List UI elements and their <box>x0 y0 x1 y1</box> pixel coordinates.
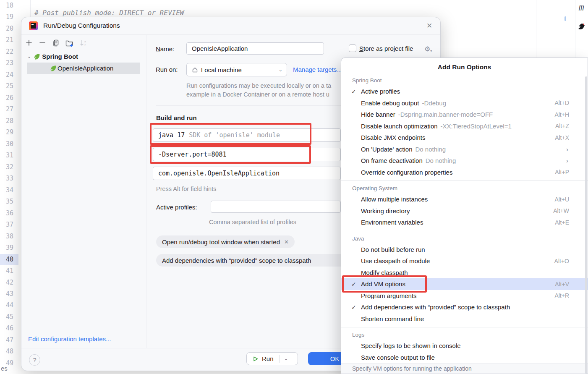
line-number-34[interactable]: 34 <box>0 185 18 196</box>
line-number-40[interactable]: 40 <box>0 254 18 266</box>
menu-item-do-not-build-before-run[interactable]: Do not build before run <box>341 244 588 256</box>
main-class-value: com.openisle.OpenIsleApplication <box>158 170 280 177</box>
menu-item-add-vm-options[interactable]: ✓Add VM optionsAlt+V <box>341 278 588 290</box>
remove-configuration-button[interactable] <box>37 38 47 48</box>
chip-add-provided-dependencies[interactable]: Add dependencies with “provided” scope t… <box>156 254 350 267</box>
line-number-27[interactable]: 27 <box>0 104 18 115</box>
line-number-25[interactable]: 25 <box>0 81 18 92</box>
menu-item-enable-debug-output[interactable]: Enable debug output-DdebugAlt+D <box>341 97 588 109</box>
add-configuration-button[interactable] <box>24 38 34 48</box>
remove-chip-icon[interactable]: ✕ <box>284 239 289 245</box>
run-on-help-line2: example in a Docker Container or on a re… <box>186 91 329 98</box>
menu-item-on-frame-deactivation[interactable]: On frame deactivationDo nothing› <box>341 155 588 167</box>
menu-item-hide-banner[interactable]: Hide banner-Dspring.main.banner-mode=OFF… <box>341 109 588 120</box>
tree-group-spring-boot[interactable]: ⌄ Spring Boot <box>27 51 78 62</box>
new-folder-button[interactable] <box>64 38 74 48</box>
line-number-28[interactable]: 28 <box>0 115 18 127</box>
intellij-logo-icon <box>29 21 38 30</box>
line-number-44[interactable]: 44 <box>0 300 18 311</box>
menu-item-label: Add VM options <box>361 280 405 288</box>
menu-item-add-dependencies-with-provided-scope-to-classpath[interactable]: ✓Add dependencies with “provided” scope … <box>341 301 588 313</box>
menu-separator <box>341 231 588 231</box>
line-number-20[interactable]: 20 <box>0 23 18 35</box>
menu-separator <box>341 180 588 181</box>
tree-item-openisleapplication[interactable]: OpenIsleApplication <box>27 63 140 74</box>
line-number-23[interactable]: 23 <box>0 58 18 69</box>
line-number-29[interactable]: 29 <box>0 127 18 139</box>
line-number-21[interactable]: 21 <box>0 34 18 46</box>
line-number-47[interactable]: 47 <box>0 335 18 346</box>
menu-item-specify-logs-to-be-shown-in-console[interactable]: Specify logs to be shown in console <box>341 340 588 352</box>
line-number-39[interactable]: 39 <box>0 242 18 254</box>
profiles-hint: Comma separated list of profiles <box>209 219 296 225</box>
name-input[interactable]: OpenIsleApplication <box>186 42 324 55</box>
chip-open-run-debug-tool-window[interactable]: Open run/debug tool window when started … <box>156 235 295 248</box>
line-number-31[interactable]: 31 <box>0 150 18 162</box>
close-icon[interactable]: ✕ <box>424 21 434 31</box>
menu-item-shortcut: Alt+E <box>555 219 582 226</box>
line-number-18[interactable]: 18 <box>0 0 18 12</box>
line-number-22[interactable]: 22 <box>0 46 18 58</box>
menu-scrollbar[interactable] <box>585 76 587 374</box>
line-number-48[interactable]: 48 <box>0 346 18 358</box>
menu-item-disable-launch-optimization[interactable]: Disable launch optimization-XX:TieredSto… <box>341 120 588 132</box>
line-number-33[interactable]: 33 <box>0 173 18 185</box>
chevron-down-icon[interactable]: ⌄ <box>27 54 31 59</box>
vm-options-input[interactable]: -Dserver.port=8081 <box>153 148 341 161</box>
edit-configuration-templates-link[interactable]: Edit configuration templates... <box>28 335 111 343</box>
menu-item-program-arguments[interactable]: Program argumentsAlt+R <box>341 290 588 302</box>
gear-icon[interactable]: ⚙ <box>424 45 432 53</box>
manage-targets-link[interactable]: Manage targets… <box>293 66 343 73</box>
menu-item-allow-multiple-instances[interactable]: Allow multiple instancesAlt+U <box>341 194 588 205</box>
menu-item-environment-variables[interactable]: Environment variablesAlt+E <box>341 217 588 228</box>
run-on-select[interactable]: Local machine ⌄ <box>186 63 287 76</box>
menu-item-shortcut: Alt+U <box>554 196 582 203</box>
menu-item-active-profiles[interactable]: ✓Active profiles <box>341 86 588 97</box>
tree-group-label: Spring Boot <box>42 53 78 60</box>
menu-item-label: Modify classpath <box>361 269 408 276</box>
line-number-24[interactable]: 24 <box>0 69 18 81</box>
menu-item-working-directory[interactable]: Working directoryAlt+W <box>341 205 588 217</box>
store-as-project-file-checkbox[interactable] <box>349 44 356 52</box>
line-number-45[interactable]: 45 <box>0 311 18 323</box>
line-number-19[interactable]: 19 <box>0 11 18 23</box>
help-button[interactable]: ? <box>29 354 40 366</box>
editor-split-divider-2 <box>575 0 575 58</box>
spring-boot-icon <box>34 53 40 60</box>
line-number-36[interactable]: 36 <box>0 208 18 220</box>
line-number-42[interactable]: 42 <box>0 277 18 289</box>
menu-item-shorten-command-line[interactable]: Shorten command line <box>341 313 588 325</box>
line-number-26[interactable]: 26 <box>0 92 18 104</box>
line-number-41[interactable]: 41 <box>0 265 18 277</box>
jdk-select[interactable]: java 17 SDK of 'openisle' module <box>153 128 341 142</box>
run-play-icon <box>253 356 259 362</box>
run-button[interactable]: Run ⌄ <box>246 352 298 365</box>
active-profiles-input[interactable] <box>211 201 341 213</box>
line-number-30[interactable]: 30 <box>0 139 18 150</box>
menu-item-disable-jmx-endpoints[interactable]: Disable JMX endpointsAlt+X <box>341 132 588 144</box>
menu-section-operating-system: Operating System <box>341 183 588 194</box>
menu-item-shortcut: Alt+W <box>553 207 582 214</box>
main-class-input[interactable]: com.openisle.OpenIsleApplication <box>153 167 341 180</box>
line-number-37[interactable]: 37 <box>0 219 18 231</box>
line-number-35[interactable]: 35 <box>0 196 18 208</box>
menu-item-save-console-output-to-file[interactable]: Save console output to file <box>341 352 588 364</box>
menu-item-use-classpath-of-module[interactable]: Use classpath of moduleAlt+O <box>341 255 588 267</box>
checkmark-icon: ✓ <box>351 281 356 288</box>
bird-gutter-icon <box>577 22 587 32</box>
checkmark-icon: ✓ <box>351 88 356 95</box>
menu-item-override-configuration-properties[interactable]: Override configuration propertiesAlt+P <box>341 167 588 178</box>
line-number-46[interactable]: 46 <box>0 323 18 335</box>
run-dropdown-chevron-icon[interactable]: ⌄ <box>280 356 293 361</box>
menu-item-label: Disable JMX endpoints <box>361 134 425 141</box>
menu-item-hint: -Ddebug <box>422 99 446 107</box>
line-number-38[interactable]: 38 <box>0 231 18 243</box>
copy-configuration-button[interactable] <box>51 38 61 48</box>
menu-item-modify-classpath[interactable]: Modify classpath <box>341 267 588 279</box>
menu-item-on-update-action[interactable]: On 'Update' actionDo nothing› <box>341 144 588 155</box>
menu-item-shortcut: Alt+D <box>554 99 582 106</box>
menu-title: Add Run Options <box>341 61 588 73</box>
line-number-43[interactable]: 43 <box>0 288 18 300</box>
menu-item-hint: Do nothing <box>426 157 456 164</box>
line-number-32[interactable]: 32 <box>0 162 18 173</box>
